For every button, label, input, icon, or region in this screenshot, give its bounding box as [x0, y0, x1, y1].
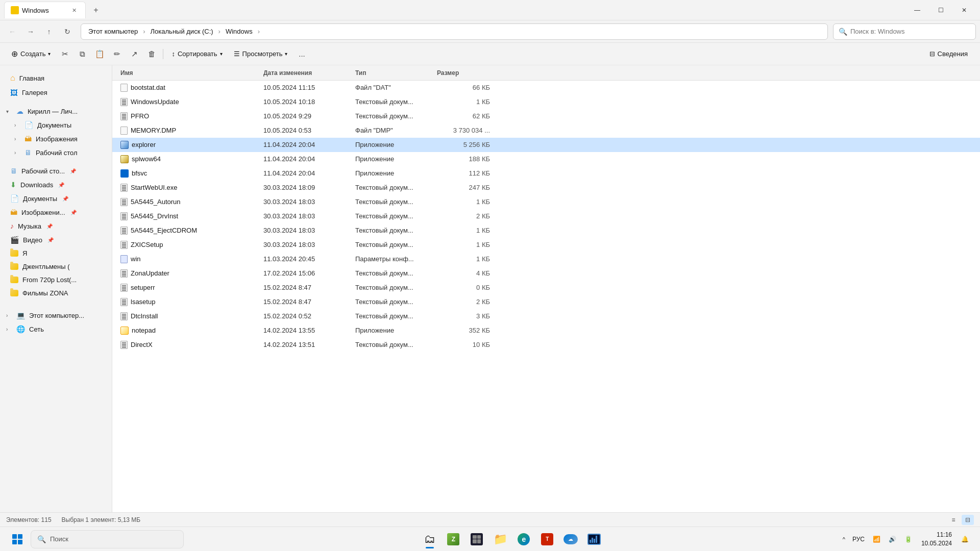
taskbar-edge[interactable]: e: [513, 529, 534, 549]
sort-button[interactable]: ↕ Сортировать ▾: [166, 46, 227, 62]
taskbar-explorer[interactable]: 🗂: [420, 529, 440, 549]
search-bar[interactable]: 🔍: [833, 23, 976, 40]
file-type: Файл "DMP": [351, 127, 433, 134]
sidebar-item-video[interactable]: 🎬 Видео 📌: [2, 233, 110, 246]
sidebar-item-docs2[interactable]: 📄 Документы 📌: [2, 192, 110, 205]
table-row[interactable]: ZonaUpdater 17.02.2024 15:06 Текстовый д…: [112, 266, 980, 281]
file-type: Текстовый докум...: [351, 98, 433, 106]
sidebar-item-desktop[interactable]: › 🖥 Рабочий стол: [2, 146, 110, 159]
taskbar-onedrive[interactable]: ☁: [560, 529, 581, 549]
file-type: Текстовый докум...: [351, 312, 433, 320]
taskbar-toolbar[interactable]: T: [537, 529, 557, 549]
sidebar-item-ya[interactable]: Я: [2, 247, 110, 260]
tray-sound-icon[interactable]: 🔊: [886, 534, 899, 545]
sidebar-item-gallery[interactable]: 🖼 Галерея: [2, 86, 110, 99]
table-row[interactable]: DirectX 14.02.2024 13:51 Текстовый докум…: [112, 338, 980, 352]
sidebar-pc-label: Этот компьютер...: [29, 312, 84, 319]
sidebar-item-gentlemen[interactable]: Джентльмены (: [2, 260, 110, 273]
sidebar-item-user[interactable]: ▾ ☁ Кирилл — Лич...: [2, 105, 110, 118]
tray-wifi-icon[interactable]: 📶: [870, 534, 884, 545]
tab-close-button[interactable]: ✕: [69, 5, 79, 15]
table-row[interactable]: explorer 11.04.2024 20:04 Приложение 5 2…: [112, 138, 980, 152]
sidebar-item-desktop2[interactable]: 🖥 Рабочий сто... 📌: [2, 164, 110, 178]
sidebar-item-pc[interactable]: › 💻 Этот компьютер...: [2, 309, 110, 322]
table-row[interactable]: bfsvc 11.04.2024 20:04 Приложение 112 КБ: [112, 166, 980, 181]
breadcrumb-folder[interactable]: Windows: [224, 27, 255, 36]
table-row[interactable]: setuperr 15.02.2024 8:47 Текстовый докум…: [112, 281, 980, 295]
table-row[interactable]: lsasetup 15.02.2024 8:47 Текстовый докум…: [112, 295, 980, 309]
start-button[interactable]: [8, 530, 27, 548]
table-row[interactable]: notepad 14.02.2024 13:55 Приложение 352 …: [112, 323, 980, 338]
new-tab-button[interactable]: +: [88, 2, 104, 18]
up-button[interactable]: ↑: [41, 23, 57, 40]
view-button[interactable]: ☰ Просмотреть ▾: [229, 46, 293, 62]
taskbar-clock[interactable]: 11:16 10.05.2024: [917, 529, 956, 550]
taskbar-tray: ^ РУС 📶 🔊 🔋 11:16 10.05.2024 🔔: [841, 529, 972, 550]
breadcrumb-computer[interactable]: Этот компьютер: [86, 27, 140, 36]
header-date[interactable]: Дата изменения: [259, 67, 351, 79]
table-row[interactable]: bootstat.dat 10.05.2024 11:15 Файл "DAT"…: [112, 81, 980, 95]
taskbar-app-manager[interactable]: [467, 529, 487, 549]
table-row[interactable]: win 11.03.2024 20:45 Параметры конф... 1…: [112, 252, 980, 266]
windows-logo: [12, 534, 22, 544]
delete-button[interactable]: 🗑: [143, 46, 160, 62]
table-row[interactable]: 5A5445_Autorun 30.03.2024 18:03 Текстовы…: [112, 195, 980, 209]
close-button[interactable]: ✕: [952, 0, 976, 20]
table-row[interactable]: DtcInstall 15.02.2024 0:52 Текстовый док…: [112, 309, 980, 323]
back-button[interactable]: ←: [4, 23, 20, 40]
sidebar-item-downloads[interactable]: ⬇ Downloads 📌: [2, 178, 110, 191]
sidebar-item-filmy[interactable]: Фильмы ZONA: [2, 287, 110, 299]
table-row[interactable]: splwow64 11.04.2024 20:04 Приложение 188…: [112, 152, 980, 166]
notification-button[interactable]: 🔔: [958, 534, 972, 545]
sidebar-item-music[interactable]: ♪ Музыка 📌: [2, 219, 110, 233]
rename-button[interactable]: ✏: [109, 46, 125, 62]
explorer-app-icon: 🗂: [424, 533, 435, 546]
sidebar-item-documents[interactable]: › 📄 Документы: [2, 118, 110, 132]
maximize-button[interactable]: ☐: [929, 0, 952, 20]
table-row[interactable]: PFRO 10.05.2024 9:29 Текстовый докум... …: [112, 109, 980, 123]
more-button[interactable]: ...: [293, 46, 310, 62]
tray-language[interactable]: РУС: [849, 534, 868, 545]
sidebar-item-images2[interactable]: 🏔 Изображени... 📌: [2, 206, 110, 219]
table-row[interactable]: 5A5445_EjectCDROM 30.03.2024 18:03 Текст…: [112, 223, 980, 238]
explorer-tab[interactable]: Windows ✕: [4, 2, 86, 18]
table-row[interactable]: ZXICSetup 30.03.2024 18:03 Текстовый док…: [112, 238, 980, 252]
sidebar-item-from720p[interactable]: From 720p Lost(...: [2, 273, 110, 286]
tray-battery-icon[interactable]: 🔋: [901, 534, 915, 545]
taskbar-app-explorer2[interactable]: 📁: [490, 529, 510, 549]
forward-button[interactable]: →: [22, 23, 39, 40]
cut-button[interactable]: ✂: [57, 46, 73, 62]
create-button[interactable]: ⊕ Создать ▾: [6, 46, 56, 62]
details-button[interactable]: ⊟ Сведения: [923, 46, 974, 62]
table-row[interactable]: MEMORY.DMP 10.05.2024 0:53 Файл "DMP" 3 …: [112, 123, 980, 138]
refresh-button[interactable]: ↻: [59, 23, 76, 40]
table-row[interactable]: StartWebUI.exe 30.03.2024 18:09 Текстовы…: [112, 181, 980, 195]
paste-button[interactable]: 📋: [91, 46, 108, 62]
sidebar-item-network[interactable]: › 🌐 Сеть: [2, 322, 110, 336]
folder-icon-ya: [10, 250, 18, 257]
list-view-button[interactable]: ≡: [947, 515, 960, 525]
header-name[interactable]: Имя: [116, 67, 259, 79]
sidebar-item-images[interactable]: › 🏔 Изображения: [2, 132, 110, 145]
tray-expand-button[interactable]: ^: [841, 534, 847, 544]
header-size[interactable]: Размер: [433, 67, 494, 79]
table-row[interactable]: WindowsUpdate 10.05.2024 10:18 Текстовый…: [112, 95, 980, 109]
details-view-button[interactable]: ⊟: [962, 515, 974, 525]
taskbar-search[interactable]: 🔍 Поиск: [31, 530, 184, 548]
taskbar-monitor[interactable]: [584, 529, 604, 549]
header-type[interactable]: Тип: [351, 67, 433, 79]
file-type: Текстовый докум...: [351, 241, 433, 248]
taskbar-app-zona[interactable]: Z: [443, 529, 463, 549]
address-bar[interactable]: Этот компьютер › Локальный диск (C:) › W…: [81, 23, 828, 40]
copy-button[interactable]: ⧉: [74, 46, 90, 62]
file-icon: [120, 127, 128, 135]
share-button[interactable]: ↗: [126, 46, 142, 62]
sidebar-top-section: ⌂ Главная 🖼 Галерея: [0, 68, 112, 102]
breadcrumb-drive[interactable]: Локальный диск (C:): [149, 27, 215, 36]
sort-icon: ↕: [172, 50, 175, 58]
minimize-button[interactable]: —: [905, 0, 929, 20]
table-row[interactable]: 5A5445_DrvInst 30.03.2024 18:03 Текстовы…: [112, 209, 980, 223]
sidebar-item-home[interactable]: ⌂ Главная: [2, 71, 110, 85]
file-size: 0 КБ: [433, 284, 494, 291]
search-input[interactable]: [850, 28, 970, 35]
